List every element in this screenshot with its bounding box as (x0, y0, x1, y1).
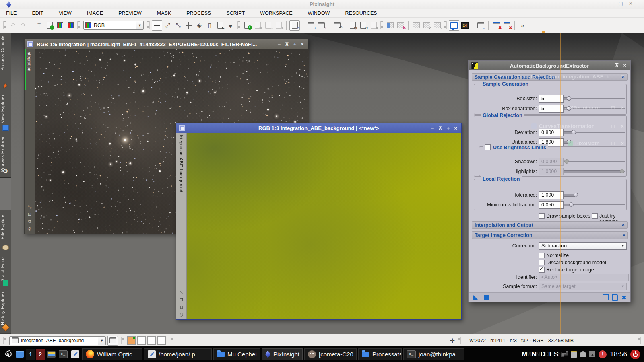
remove-mask-icon[interactable]: ✖ (396, 21, 405, 30)
undo-icon[interactable]: ↶ (8, 21, 18, 30)
maximize-icon[interactable]: ▢ (619, 1, 623, 6)
task-mu-cephei[interactable]: Mu Cephei (213, 348, 260, 360)
section-sample-generation[interactable]: Sample Generation and Rejection » (472, 73, 628, 81)
view-properties-button[interactable] (107, 336, 118, 346)
drag-handle[interactable] (237, 21, 240, 29)
workspace-color-swatch-active[interactable] (127, 336, 136, 345)
edit-preview-icon[interactable]: ► (215, 21, 225, 30)
send-window-back-icon[interactable]: ↓ (306, 21, 316, 30)
minimize-icon[interactable]: − (431, 123, 434, 133)
resize-mode-icon[interactable]: ⤡ (28, 204, 31, 210)
dialog-title-bar[interactable]: AutomaticBackgroundExtractor ⊼ × (469, 61, 630, 70)
shade-icon[interactable]: ⊼ (615, 61, 619, 70)
tray-indicator-es[interactable]: ES (549, 350, 559, 358)
eject-icon[interactable]: ▲ (589, 351, 595, 357)
invert-mask-icon[interactable] (411, 21, 421, 30)
apply-icon[interactable] (473, 294, 479, 300)
fit-view-icon[interactable]: ⊡ (180, 297, 183, 302)
close-icon[interactable]: × (623, 61, 626, 70)
workspace-color-swatch[interactable] (147, 336, 156, 345)
tray-indicator-m[interactable]: M (522, 350, 527, 358)
shadows-slider[interactable] (564, 158, 625, 165)
drag-handle[interactable] (77, 21, 80, 29)
chevron-expand-icon[interactable]: » (621, 234, 627, 237)
tray-indicator-n[interactable]: N (531, 350, 536, 358)
task--cometa-c20-[interactable]: [cometa-C20... (304, 348, 357, 360)
new-process-icon[interactable]: + (242, 21, 252, 30)
drag-handle[interactable] (380, 21, 383, 29)
close-icon[interactable]: ✕ (629, 1, 633, 6)
menu-window[interactable]: WINDOW (308, 10, 330, 16)
menu-view[interactable]: VIEW (59, 10, 72, 16)
show-mask-icon[interactable] (385, 21, 395, 30)
correction-dropdown[interactable]: Subtraction ▼ (539, 242, 627, 250)
file-manager-launcher[interactable] (45, 348, 57, 360)
window-title-bar[interactable]: RGB 1:6 integration | masterLight_BIN-1_… (25, 39, 308, 49)
view-selector-dropdown[interactable]: integration_ABE_background ▼ (9, 336, 106, 345)
browse-documentation-icon[interactable] (612, 294, 618, 301)
process-settings-icon[interactable]: ⚙ (348, 21, 357, 30)
menu-mask[interactable]: MASK (157, 10, 171, 16)
copy-process-icon[interactable]: + (274, 21, 283, 30)
drag-handle[interactable] (171, 337, 173, 344)
terminal-launcher[interactable]: >_ (58, 348, 69, 360)
use-brightness-limits-checkbox[interactable] (485, 144, 491, 150)
highlights-input[interactable]: 1.0000 (539, 168, 564, 175)
normalize-checkbox[interactable] (539, 253, 545, 258)
box-size-slider[interactable] (564, 95, 625, 102)
task-pixinsight[interactable]: PixInsight (262, 348, 303, 360)
sidebar-item-script-editor[interactable]: Script Editor (0, 253, 11, 289)
minimize-icon[interactable]: − (278, 39, 281, 49)
task--home-joan-p-[interactable]: /home/joan/.p... (144, 348, 212, 360)
zoom-icon[interactable]: + (293, 39, 297, 49)
zoom-out-all-icon[interactable]: ⤡ (173, 21, 183, 30)
image-window-abe-background[interactable]: RGB 1:3 integration_ABE_background | <*n… (176, 123, 462, 320)
highlights-slider[interactable] (564, 168, 625, 175)
sidebar-item-file-explorer[interactable]: File Explorer (0, 210, 11, 253)
browse-process-icon[interactable]: ○ (289, 20, 300, 31)
section-interpolation-output[interactable]: Interpolation and Output » (472, 221, 628, 229)
drag-handle[interactable] (3, 21, 6, 29)
replace-target-image-checkbox[interactable] (539, 267, 545, 273)
min-valid-fraction-slider[interactable] (564, 201, 625, 208)
deviation-input[interactable]: 0.800 (539, 129, 564, 136)
edit-process-icon[interactable]: ✎ (253, 21, 262, 30)
workspace-1-button[interactable]: 1 (26, 349, 35, 360)
close-icon[interactable]: × (454, 123, 457, 133)
discard-background-model-checkbox[interactable] (539, 260, 545, 265)
network-icon[interactable] (561, 351, 568, 357)
menu-image[interactable]: IMAGE (87, 10, 103, 16)
center-view-icon[interactable]: ◎ (28, 226, 32, 231)
center-view-icon[interactable]: ◈ (194, 21, 204, 30)
abe-dialog[interactable]: AutomaticBackgroundExtractor ⊼ × Sample … (468, 60, 631, 302)
chevron-collapse-icon[interactable]: » (621, 224, 627, 226)
rgb-channels-icon[interactable] (55, 21, 65, 30)
tray-indicator-d[interactable]: D (540, 350, 545, 358)
view-tab-strip[interactable]: integration ⤡ ⊡ ⧉ ◎ (25, 49, 35, 234)
duplicate-view-icon[interactable]: ⧉ (28, 219, 31, 224)
drag-handle[interactable] (444, 21, 447, 29)
resize-mode-icon[interactable]: ⤡ (180, 290, 183, 295)
identifier-input[interactable]: <Auto> (539, 274, 629, 281)
notifications-bell-icon[interactable] (580, 351, 586, 357)
clock[interactable]: 18:56 (610, 350, 627, 358)
power-button[interactable] (630, 350, 640, 359)
new-image-window-icon[interactable]: + (45, 21, 54, 30)
menu-edit[interactable]: EDIT (32, 10, 43, 16)
menu-process[interactable]: PROCESS (186, 10, 211, 16)
show-desktop-button[interactable] (14, 348, 25, 360)
shade-icon[interactable]: ⊼ (285, 39, 289, 49)
shade-icon[interactable]: ⊼ (438, 123, 442, 133)
minimize-icon[interactable]: – (610, 1, 613, 6)
more-toolbar-items-icon[interactable]: » (518, 21, 527, 30)
section-target-image-correction[interactable]: Target Image Correction » (472, 231, 628, 239)
sidebar-item-process-console[interactable]: Process Console (0, 33, 11, 92)
sample-format-dropdown[interactable]: Same as target ▼ (539, 283, 627, 290)
apply-global-icon[interactable] (603, 294, 609, 300)
pan-mode-icon[interactable] (184, 21, 194, 30)
fit-view-icon[interactable]: ⊡ (28, 212, 31, 217)
background-model-image[interactable] (187, 133, 461, 319)
drag-handle[interactable] (458, 337, 461, 344)
box-separation-slider[interactable] (564, 105, 625, 112)
menu-preview[interactable]: PREVIEW (118, 10, 142, 16)
